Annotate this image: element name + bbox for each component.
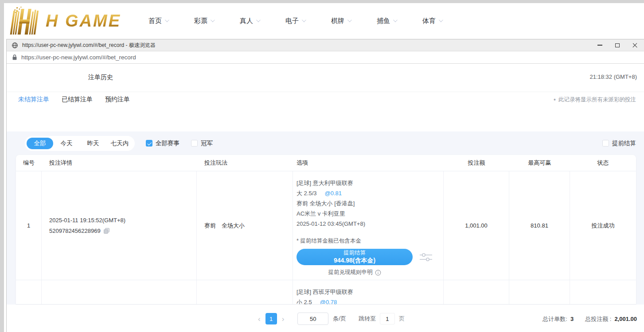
- cell-status: 投注成功: [570, 171, 636, 280]
- content-area: 全部 今天 昨天 七天内 全部赛事 冠军 提前结算: [7, 131, 644, 332]
- filterbar: 全部 今天 昨天 七天内 全部赛事 冠军 提前结算: [7, 131, 644, 155]
- col-header-option: 选项: [293, 159, 444, 167]
- sliders-icon[interactable]: [419, 252, 433, 262]
- chevron-down-icon: [256, 18, 261, 22]
- pick: 小 2.5: [297, 297, 312, 305]
- bet-id-line: 5209782456228969: [49, 228, 196, 234]
- browser-window: https://user-pc-new.jylywl.com/#/bet_rec…: [6, 39, 644, 332]
- minimize-icon: [597, 45, 602, 46]
- globe-icon: [12, 42, 18, 49]
- cashout-button[interactable]: 提前结算 944.98(含本金): [297, 249, 413, 265]
- tab-settled[interactable]: 已结算注单: [62, 96, 93, 104]
- minimize-button[interactable]: [591, 39, 609, 51]
- tabbar: 未结算注单 已结算注单 预约注单 • 此记录将显示所有未派彩的投注: [7, 92, 644, 107]
- chevron-down-icon: [302, 18, 306, 22]
- jump-to-label: 跳转至: [359, 315, 376, 323]
- match: AC米兰 v 卡利亚里: [297, 208, 440, 219]
- pager: ‹ 1 › 条/页 跳转至 页: [255, 313, 405, 325]
- total-count-value: 3: [570, 316, 574, 322]
- total-count-label: 总计单数:: [543, 316, 567, 322]
- cell-play: 赛前 全场大小: [197, 171, 293, 280]
- cell-bet-detail: 2025-01-11 19:15:52(GMT+8) 5209782456228…: [42, 171, 197, 280]
- cell-no: 1: [16, 171, 42, 280]
- date-filter-all[interactable]: 全部: [27, 138, 53, 149]
- date-filter-yesterday[interactable]: 昨天: [80, 138, 106, 149]
- total-amount-value: 2,001.00: [614, 316, 637, 322]
- tab-unsettled[interactable]: 未结算注单: [18, 96, 49, 104]
- close-icon: [632, 42, 638, 48]
- page-head: 注单历史 21:18:32 (GMT+8): [7, 64, 644, 92]
- chevron-down-icon: [165, 18, 169, 22]
- chevron-down-icon: [347, 18, 352, 22]
- app-header: H GAME 首页 彩票 真人 电子 棋牌 捕鱼 体育: [4, 3, 644, 39]
- bet-time: 2025-01-11 19:15:52(GMT+8): [49, 217, 196, 224]
- pagination-bar: ‹ 1 › 条/页 跳转至 页 总计单数:3 总投注额 :2,001.00: [7, 305, 644, 332]
- page-title: 注单历史: [88, 73, 113, 81]
- nav-label: 电子: [285, 17, 299, 25]
- cell-status: [570, 280, 636, 305]
- cell-bet-detail: [42, 280, 197, 305]
- col-header-no: 编号: [16, 159, 42, 167]
- chevron-down-icon: [439, 18, 443, 22]
- table-header-row: 编号 投注详情 投注玩法 选项 投注额 最高可赢 状态: [16, 155, 636, 171]
- nav-item-fishing[interactable]: 捕鱼: [377, 17, 422, 25]
- brand-logo[interactable]: H GAME: [8, 5, 125, 37]
- early-settle-label: 提前结算: [612, 139, 636, 147]
- nav-item-lottery[interactable]: 彩票: [194, 17, 240, 25]
- cell-option: [足球] 西班牙甲级联赛 小 2.5 @0.78 赛前 全场大小 [香港盘] 巴…: [293, 280, 444, 305]
- nav-item-home[interactable]: 首页: [148, 17, 194, 25]
- window-title: https://user-pc-new.jylywl.com/#/bet_rec…: [22, 42, 156, 49]
- browser-addressbar[interactable]: https://user-pc-new.jylywl.com/#/bet_rec…: [7, 51, 644, 64]
- notice-text: 此记录将显示所有未派彩的投注: [558, 96, 636, 104]
- logo-emblem-icon: [6, 6, 46, 35]
- early-settle-checkbox[interactable]: 提前结算: [602, 131, 636, 155]
- all-matches-checkbox[interactable]: 全部赛事: [146, 139, 180, 147]
- info-icon: [375, 270, 381, 276]
- cell-option: [足球] 意大利甲级联赛 大 2.5/3 @0.81 赛前 全场大小 [香港盘]…: [293, 171, 444, 280]
- all-matches-label: 全部赛事: [156, 139, 180, 147]
- nav-item-slots[interactable]: 电子: [285, 17, 331, 25]
- total-amount: 总投注额 :2,001.00: [585, 315, 637, 323]
- nav-item-sports[interactable]: 体育: [422, 17, 468, 25]
- cell-no: [16, 280, 42, 305]
- address-url[interactable]: https://user-pc-new.jylywl.com/#/bet_rec…: [21, 54, 136, 61]
- bet-id: 5209782456228969: [49, 228, 101, 234]
- copy-icon[interactable]: [103, 228, 110, 234]
- col-header-detail: 投注详情: [42, 159, 197, 167]
- browser-titlebar[interactable]: https://user-pc-new.jylywl.com/#/bet_rec…: [7, 39, 644, 51]
- champion-checkbox[interactable]: 冠军: [191, 139, 213, 147]
- match-time: 2025-01-12 03:45(GMT+8): [297, 219, 440, 229]
- totals: 总计单数:3 总投注额 :2,001.00: [543, 315, 637, 323]
- total-count: 总计单数:3: [543, 315, 574, 323]
- maximize-icon: [615, 43, 620, 47]
- tab-reserved[interactable]: 预约注单: [105, 96, 130, 104]
- cashout-rule-link[interactable]: 提前兑现规则申明: [297, 269, 413, 276]
- cashout-button-amount: 944.98(含本金): [334, 257, 375, 264]
- nav-label: 捕鱼: [377, 17, 390, 25]
- prev-page-button[interactable]: ‹: [255, 315, 263, 323]
- close-button[interactable]: [626, 39, 644, 51]
- cashout-row: 提前结算 944.98(含本金): [297, 249, 440, 265]
- nav-label: 彩票: [194, 17, 207, 25]
- maximize-button[interactable]: [609, 39, 626, 51]
- next-page-button[interactable]: ›: [279, 315, 287, 323]
- cell-play: [197, 280, 293, 305]
- page-size-input[interactable]: [297, 313, 328, 325]
- page-unit-label: 页: [399, 315, 405, 323]
- nav-item-live[interactable]: 真人: [240, 17, 285, 25]
- cell-amount: [444, 280, 509, 305]
- date-filter-today[interactable]: 今天: [53, 138, 80, 149]
- nav-item-cards[interactable]: 棋牌: [331, 17, 377, 25]
- col-header-status: 状态: [570, 159, 636, 167]
- cell-maxwin: 810.81: [509, 171, 570, 280]
- window-top-edge: [0, 0, 644, 3]
- window-left-edge: [0, 0, 4, 332]
- cashout-rule-text: 提前兑现规则申明: [328, 269, 373, 276]
- server-time: 21:18:32 (GMT+8): [589, 73, 637, 80]
- chevron-down-icon: [393, 18, 398, 22]
- pick: 大 2.5/3: [297, 188, 317, 198]
- jump-page-input[interactable]: [380, 313, 395, 324]
- col-header-maxwin: 最高可赢: [509, 159, 570, 167]
- date-filter-7days[interactable]: 七天内: [106, 138, 133, 149]
- current-page-button[interactable]: 1: [265, 313, 277, 324]
